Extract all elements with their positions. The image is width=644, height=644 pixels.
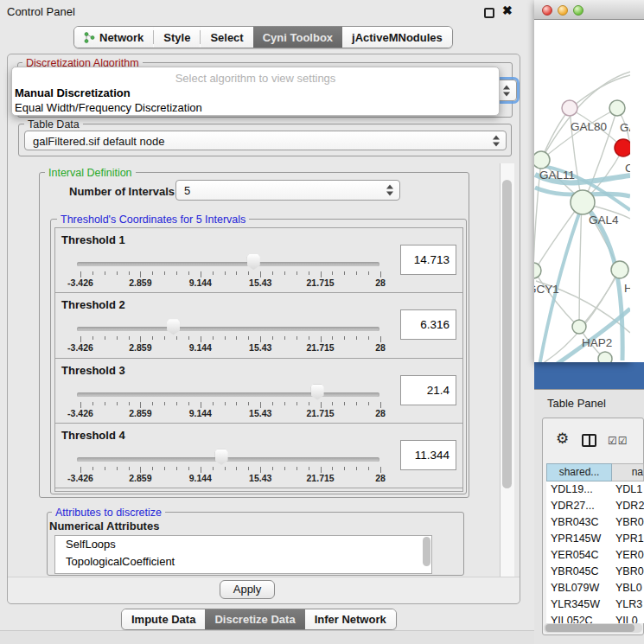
slider-tick-major (321, 402, 322, 408)
threshold-2-value-field[interactable]: 6.316 (400, 309, 456, 340)
table-cell-shared-name: YLR345W (546, 596, 612, 613)
table-row[interactable]: YIL052CYIL0 (546, 613, 644, 623)
slider-tick-label: 2.859 (129, 342, 151, 353)
tab-impute-data[interactable]: Impute Data (122, 609, 205, 629)
panel-title: Control Panel (7, 5, 75, 18)
network-window-titlebar[interactable] (534, 0, 630, 20)
dropdown-option-equal-width-frequency[interactable]: Equal Width/Frequency Discretization (15, 101, 202, 114)
table-row[interactable]: YDL19...YDL1 (546, 481, 644, 498)
slider-tick-minor (309, 467, 309, 470)
tab-network[interactable]: Network (74, 27, 153, 48)
slider-tick-minor (188, 467, 189, 470)
tab-style[interactable]: Style (154, 27, 200, 48)
tab-infer-network[interactable]: Infer Network (305, 609, 396, 629)
slider-tick-label: 9.144 (189, 277, 212, 288)
table-row[interactable]: YER054CYER0 (546, 547, 644, 564)
slider-tick-minor (105, 271, 105, 275)
slider-tick-minor (152, 336, 153, 340)
threshold-2-slider-track[interactable] (77, 327, 379, 331)
tab-discretize-data[interactable]: Discretize Data (205, 609, 304, 629)
slider-tick-major (321, 336, 322, 342)
network-node-c[interactable] (615, 139, 630, 156)
table-row[interactable]: YBR043CYBR0 (546, 514, 644, 531)
table-cell-shared-name: YIL052C (546, 613, 612, 623)
slider-tick-label: 28 (375, 277, 386, 288)
app-root: Control Panel ✖ NetworkStyleSelectCyni T… (0, 0, 644, 644)
table-row[interactable]: YBR045CYBR0 (546, 564, 644, 580)
tab-cyni-toolbox[interactable]: Cyni Toolbox (253, 27, 342, 48)
network-node-gcy1[interactable] (534, 263, 541, 278)
split-columns-icon[interactable] (582, 434, 596, 447)
attribute-list-item[interactable]: TopologicalCoefficient (55, 553, 431, 571)
slider-tick-minor (188, 336, 189, 340)
slider-tick-label: 9.144 (189, 408, 212, 418)
threshold-4-label: Threshold 4 (61, 429, 125, 442)
slider-tick-label: 15.43 (249, 342, 271, 353)
threshold-3-slider-track[interactable] (77, 392, 379, 397)
network-node-hap2[interactable] (572, 320, 586, 334)
threshold-2-slider-thumb[interactable] (167, 319, 180, 335)
table-row[interactable]: YBL079WYBL0 (546, 580, 644, 596)
minimize-traffic-light-icon[interactable] (558, 5, 568, 16)
table-hscrollbar-thumb[interactable] (545, 624, 634, 632)
table-row[interactable]: YPR145WYPR1 (546, 531, 644, 547)
network-node-h[interactable] (611, 261, 628, 278)
slider-tick-minor (332, 467, 333, 470)
threshold-4-slider-thumb[interactable] (215, 450, 228, 465)
table-data-combo[interactable]: galFiltered.sif default node (24, 131, 507, 150)
gear-icon[interactable]: ⚙ (556, 431, 569, 446)
threshold-1-slider-thumb[interactable] (247, 254, 260, 270)
float-window-icon[interactable] (484, 8, 494, 18)
threshold-4-value-field[interactable]: 11.344 (400, 440, 456, 470)
slider-tick-minor (92, 467, 93, 470)
threshold-3-value-field[interactable]: 21.4 (400, 375, 456, 405)
slider-tick-minor (117, 336, 118, 340)
attributes-list-scrollbar-thumb[interactable] (423, 537, 430, 566)
slider-tick-minor (356, 402, 357, 405)
slider-tick-minor (213, 467, 214, 470)
close-icon[interactable]: ✖ (502, 3, 513, 17)
numerical-attributes-list[interactable]: SelfLoopsTopologicalCoefficientBetweenne… (54, 535, 432, 574)
slider-tick-label: -3.426 (67, 408, 93, 418)
close-traffic-light-icon[interactable] (542, 5, 552, 16)
table-cell-shared-name: YER054C (546, 547, 612, 564)
slider-tick-minor (164, 467, 165, 470)
network-node-gal11[interactable] (534, 151, 550, 169)
attribute-list-item[interactable]: SelfLoops (55, 536, 431, 553)
slider-tick-minor (296, 467, 297, 470)
network-node-label: GA (620, 121, 630, 134)
slider-tick-minor (117, 402, 118, 405)
network-node-gal4[interactable] (571, 190, 595, 214)
settings-scrollbar-thumb[interactable] (502, 180, 512, 488)
threshold-row-4: Threshold 4-3.4262.8599.14415.4321.71528… (54, 423, 463, 488)
dropdown-option-manual-discretization[interactable]: Manual Discretization (15, 86, 131, 99)
column-header-name[interactable]: na (612, 463, 644, 481)
tab-select[interactable]: Select (201, 27, 252, 48)
table-cell-shared-name: YBL079W (546, 580, 612, 596)
slider-tick-minor (117, 467, 118, 470)
number-of-intervals-combo[interactable]: 5 (175, 180, 400, 201)
tab-jactivemnodules[interactable]: jActiveMNodules (342, 27, 452, 48)
number-of-intervals-label: Number of Intervals (69, 185, 175, 198)
threshold-row-3: Threshold 3-3.4262.8599.14415.4321.71528… (54, 358, 463, 424)
column-header-shared[interactable]: shared... (546, 463, 612, 481)
attribute-list-item[interactable]: BetweennessCentrality (55, 570, 431, 574)
threshold-1-value-field[interactable]: 14.713 (400, 245, 456, 275)
slider-tick-minor (356, 336, 357, 340)
threshold-1-slider-track[interactable] (77, 262, 379, 266)
network-node-unnamed[interactable] (598, 352, 612, 362)
slider-tick-minor (164, 271, 165, 275)
threshold-4-slider-track[interactable] (77, 457, 379, 462)
network-canvas[interactable]: GAL80GACGAL11GAL4GCY1HHAP2 (534, 20, 630, 362)
table-row[interactable]: YLR345WYLR3 (546, 596, 644, 613)
thresholds-group-title: Threshold's Coordinates for 5 Intervals (57, 214, 249, 226)
threshold-3-slider-thumb[interactable] (311, 385, 324, 400)
network-node-gal80[interactable] (562, 100, 577, 116)
slider-tick-minor (176, 402, 177, 405)
network-node-ga[interactable] (609, 100, 625, 116)
slider-tick-minor (213, 271, 214, 275)
checkboxes-icon[interactable]: ☑☑ (608, 435, 628, 447)
apply-button[interactable]: Apply (220, 580, 275, 599)
table-row[interactable]: YDR27...YDR2 (546, 498, 644, 514)
zoom-traffic-light-icon[interactable] (573, 5, 583, 16)
